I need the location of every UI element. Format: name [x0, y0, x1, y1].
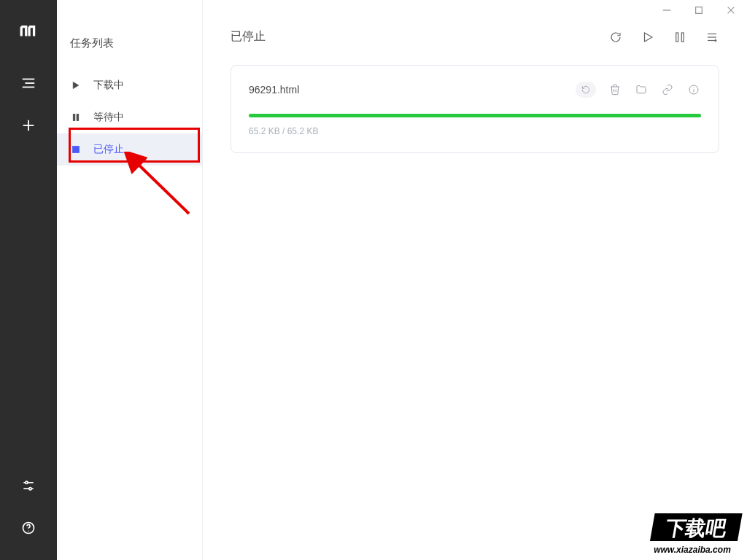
svg-marker-19	[645, 33, 653, 42]
stop-icon	[70, 144, 82, 155]
retry-button[interactable]	[576, 82, 596, 98]
pause-icon	[70, 112, 82, 123]
maximize-button[interactable]	[693, 4, 705, 16]
svg-rect-12	[73, 114, 75, 121]
svg-rect-21	[681, 33, 684, 42]
help-button[interactable]	[14, 513, 43, 542]
sidebar-title: 任务列表	[57, 20, 202, 69]
watermark: 下载吧 www.xiazaiba.com	[638, 512, 747, 560]
nav-rail	[0, 0, 57, 560]
play-icon	[70, 79, 82, 91]
sidebar-item-waiting[interactable]: 等待中	[57, 101, 202, 133]
main-panel: 已停止 96291.html	[203, 0, 747, 560]
svg-marker-11	[73, 82, 79, 89]
app-logo-icon	[18, 20, 39, 42]
sidebar-item-label: 已停止	[93, 143, 124, 156]
folder-button[interactable]	[634, 82, 649, 97]
sidebar: 任务列表 下载中 等待中 已停止	[57, 0, 203, 560]
svg-point-6	[26, 481, 28, 483]
page-title: 已停止	[231, 29, 266, 44]
info-button[interactable]	[686, 82, 701, 97]
settings-button[interactable]	[14, 471, 43, 500]
watermark-cn: 下载吧	[663, 516, 729, 540]
sidebar-item-stopped[interactable]: 已停止	[57, 133, 202, 166]
pause-button[interactable]	[673, 30, 687, 44]
window-controls	[661, 4, 737, 16]
menu-button[interactable]	[14, 69, 43, 98]
task-filename: 96291.html	[249, 84, 299, 96]
svg-rect-16	[696, 7, 703, 14]
list-settings-button[interactable]	[705, 30, 719, 44]
resume-button[interactable]	[640, 30, 655, 44]
svg-rect-13	[77, 114, 79, 121]
minimize-button[interactable]	[661, 4, 673, 16]
sidebar-item-downloading[interactable]: 下载中	[57, 69, 202, 101]
link-button[interactable]	[660, 82, 675, 97]
delete-button[interactable]	[608, 82, 622, 97]
close-button[interactable]	[725, 4, 737, 16]
watermark-url: www.xiazaiba.com	[654, 545, 731, 555]
svg-point-8	[29, 488, 31, 490]
task-actions	[576, 82, 701, 98]
toolbar	[608, 30, 719, 44]
task-card[interactable]: 96291.html	[231, 65, 719, 153]
sidebar-item-label: 下载中	[93, 79, 124, 92]
refresh-button[interactable]	[608, 30, 623, 44]
svg-rect-20	[676, 33, 678, 42]
svg-rect-14	[73, 147, 80, 153]
svg-point-27	[693, 87, 694, 88]
add-button[interactable]	[14, 111, 43, 140]
task-size: 65.2 KB / 65.2 KB	[249, 126, 701, 136]
progress-bar	[249, 114, 701, 117]
svg-point-10	[28, 531, 28, 532]
sidebar-item-label: 等待中	[93, 111, 124, 124]
